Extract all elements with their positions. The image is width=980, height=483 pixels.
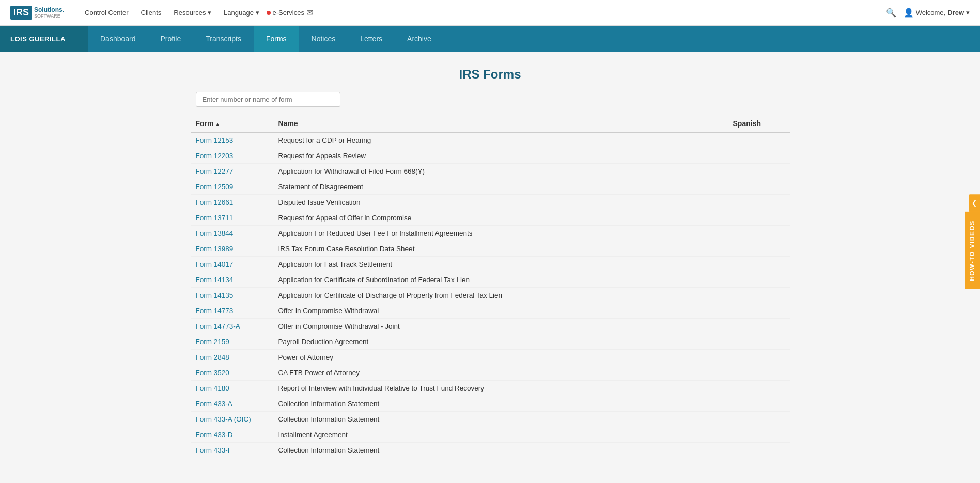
top-nav-right: 🔍 👤 Welcome, Drew [886, 8, 970, 18]
nav-dashboard[interactable]: Dashboard [88, 26, 148, 52]
table-row: Form 433-ACollection Information Stateme… [191, 396, 790, 412]
nav-clients[interactable]: Clients [136, 6, 167, 20]
table-row: Form 14134Application for Certificate of… [191, 272, 790, 288]
page-title: IRS Forms [191, 67, 790, 82]
form-link[interactable]: Form 433-A [196, 400, 232, 408]
form-spanish [728, 396, 790, 412]
table-row: Form 3520CA FTB Power of Attorney [191, 365, 790, 381]
top-nav-links: Control Center Clients Resources Languag… [80, 6, 886, 20]
search-bar-container [196, 92, 790, 107]
form-spanish [728, 226, 790, 241]
column-header-spanish: Spanish [728, 115, 790, 132]
nav-letters[interactable]: Letters [348, 26, 395, 52]
table-row: Form 12153Request for a CDP or Hearing [191, 132, 790, 148]
client-nav-links: Dashboard Profile Transcripts Forms Noti… [88, 26, 980, 52]
form-link[interactable]: Form 12203 [196, 152, 234, 160]
e-services-link[interactable]: e-Services [267, 9, 304, 17]
form-link[interactable]: Form 3520 [196, 369, 229, 377]
user-welcome[interactable]: 👤 Welcome, Drew [904, 8, 970, 18]
form-link[interactable]: Form 12661 [196, 198, 234, 206]
form-spanish [728, 210, 790, 226]
nav-control-center[interactable]: Control Center [80, 6, 134, 20]
form-name: Application for Fast Track Settlement [273, 257, 728, 272]
search-input[interactable] [196, 92, 340, 107]
form-link[interactable]: Form 14017 [196, 260, 234, 268]
form-link[interactable]: Form 14773-A [196, 322, 240, 330]
table-row: Form 2848Power of Attorney [191, 350, 790, 365]
user-chevron-icon [966, 9, 970, 17]
client-name: LOIS GUERILLA [0, 26, 88, 52]
table-header-row: Form Name Spanish [191, 115, 790, 132]
nav-resources[interactable]: Resources [168, 6, 216, 20]
form-name: Collection Information Statement [273, 412, 728, 427]
form-name: Offer in Compromise Withdrawal [273, 303, 728, 319]
form-link[interactable]: Form 433-D [196, 431, 233, 439]
column-header-form[interactable]: Form [191, 115, 273, 132]
form-link[interactable]: Form 14773 [196, 307, 234, 315]
table-row: Form 14017Application for Fast Track Set… [191, 257, 790, 272]
form-link[interactable]: Form 13711 [196, 214, 234, 222]
form-link[interactable]: Form 433-F [196, 446, 232, 454]
nav-profile[interactable]: Profile [148, 26, 194, 52]
table-row: Form 14135Application for Certificate of… [191, 288, 790, 303]
form-spanish [728, 241, 790, 257]
form-name: Collection Information Statement [273, 443, 728, 458]
how-to-chevron-icon[interactable]: ❮ [969, 194, 980, 212]
form-spanish [728, 148, 790, 164]
form-name: Disputed Issue Verification [273, 195, 728, 210]
form-name: Statement of Disagreement [273, 179, 728, 195]
resources-chevron-icon [206, 9, 211, 17]
table-row: Form 2159Payroll Deduction Agreement [191, 334, 790, 350]
form-spanish [728, 319, 790, 334]
table-row: Form 433-FCollection Information Stateme… [191, 443, 790, 458]
table-row: Form 12661Disputed Issue Verification [191, 195, 790, 210]
e-services-label: e-Services [273, 9, 304, 17]
table-row: Form 13844Application For Reduced User F… [191, 226, 790, 241]
forms-table: Form Name Spanish Form 12153Request for … [191, 115, 790, 458]
table-row: Form 433-DInstallment Agreement [191, 427, 790, 443]
form-spanish [728, 427, 790, 443]
nav-forms[interactable]: Forms [254, 26, 299, 52]
form-link[interactable]: Form 2159 [196, 338, 229, 346]
form-link[interactable]: Form 13989 [196, 245, 234, 253]
nav-archive[interactable]: Archive [395, 26, 444, 52]
form-spanish [728, 334, 790, 350]
table-row: Form 14773Offer in Compromise Withdrawal [191, 303, 790, 319]
form-link[interactable]: Form 12277 [196, 167, 234, 175]
solutions-text: Solutions. [34, 7, 64, 13]
form-name: Offer in Compromise Withdrawal - Joint [273, 319, 728, 334]
logo[interactable]: IRS Solutions. SOFTWARE [10, 6, 64, 20]
table-row: Form 4180Report of Interview with Indivi… [191, 381, 790, 396]
form-name: Report of Interview with Individual Rela… [273, 381, 728, 396]
table-row: Form 13989IRS Tax Forum Case Resolution … [191, 241, 790, 257]
form-spanish [728, 195, 790, 210]
user-icon: 👤 [904, 8, 914, 18]
form-link[interactable]: Form 2848 [196, 353, 229, 361]
nav-notices[interactable]: Notices [299, 26, 348, 52]
how-to-label[interactable]: HOW-TO VIDEOS [965, 212, 980, 289]
form-spanish [728, 164, 790, 179]
form-spanish [728, 381, 790, 396]
form-name: Application For Reduced User Fee For Ins… [273, 226, 728, 241]
how-to-videos-panel[interactable]: ❮ HOW-TO VIDEOS [965, 194, 980, 289]
form-spanish [728, 288, 790, 303]
form-link[interactable]: Form 12509 [196, 183, 234, 191]
client-navbar: LOIS GUERILLA Dashboard Profile Transcri… [0, 26, 980, 52]
mail-icon[interactable]: ✉ [306, 8, 313, 18]
search-icon[interactable]: 🔍 [886, 8, 896, 18]
nav-transcripts[interactable]: Transcripts [193, 26, 254, 52]
form-name: Application for Certificate of Discharge… [273, 288, 728, 303]
column-header-name: Name [273, 115, 728, 132]
form-link[interactable]: Form 4180 [196, 384, 229, 392]
form-spanish [728, 350, 790, 365]
form-link[interactable]: Form 14134 [196, 276, 234, 284]
welcome-prefix: Welcome, [916, 9, 946, 17]
form-link[interactable]: Form 14135 [196, 291, 234, 299]
form-spanish [728, 443, 790, 458]
form-name: Power of Attorney [273, 350, 728, 365]
form-name: Installment Agreement [273, 427, 728, 443]
form-link[interactable]: Form 12153 [196, 136, 234, 144]
form-link[interactable]: Form 13844 [196, 229, 234, 237]
form-link[interactable]: Form 433-A (OIC) [196, 415, 251, 423]
nav-language[interactable]: Language [219, 6, 264, 20]
